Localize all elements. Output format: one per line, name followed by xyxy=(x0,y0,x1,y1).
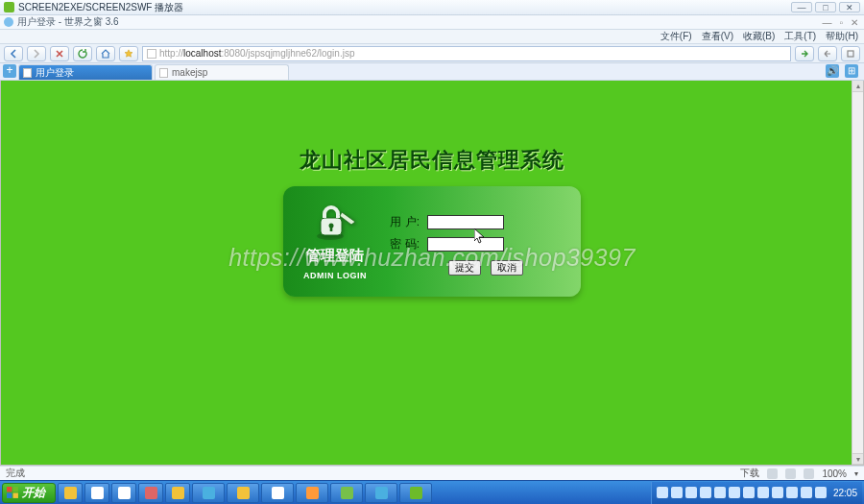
status-ico-2[interactable] xyxy=(785,468,796,479)
login-title-cn: 管理登陆 xyxy=(306,247,364,265)
login-panel: 管理登陆 ADMIN LOGIN 用 户: 密 码: 提交 取消 xyxy=(283,186,581,297)
tray-icon-3[interactable] xyxy=(685,487,697,498)
address-toolbar: http://localhost:8080/jspsqjmgljhne62/lo… xyxy=(0,44,864,63)
lock-icon xyxy=(313,203,357,241)
page-viewport: ▴ ▾ 龙山社区居民信息管理系统 管理登陆 ADMIN LOGIN xyxy=(0,81,864,466)
username-input[interactable] xyxy=(427,215,504,229)
zoom-level[interactable]: 100% xyxy=(822,468,847,479)
maximize-button[interactable]: □ xyxy=(815,2,836,12)
taskbar-item-4[interactable] xyxy=(138,483,163,503)
browser-title-text: 用户登录 - 世界之窗 3.6 xyxy=(17,15,119,29)
taskbar-item-8[interactable] xyxy=(261,483,294,503)
login-panel-left: 管理登陆 ADMIN LOGIN xyxy=(283,186,387,297)
menu-fav[interactable]: 收藏(B) xyxy=(743,30,775,43)
svg-rect-7 xyxy=(7,492,12,497)
tray-icon-6[interactable] xyxy=(729,487,740,498)
menu-view[interactable]: 查看(V) xyxy=(702,30,733,43)
taskbar-item-7[interactable] xyxy=(227,483,259,503)
go-button[interactable] xyxy=(795,46,814,61)
tab-label: makejsp xyxy=(172,67,207,78)
page-icon xyxy=(147,49,156,59)
password-label: 密 码: xyxy=(387,236,420,252)
tray-icon-2[interactable] xyxy=(671,487,683,498)
menu-help[interactable]: 帮助(H) xyxy=(826,30,858,43)
screen-recorder-window: SCREEN2EXE/SCREEN2SWF 播放器 — □ ✕ 用户登录 - 世… xyxy=(0,0,864,504)
tray-icon-7[interactable] xyxy=(743,487,755,498)
tab-makejsp[interactable]: makejsp xyxy=(155,64,289,80)
tab-login[interactable]: 用户登录 xyxy=(18,64,153,80)
start-label: 开始 xyxy=(22,485,45,501)
taskbar-item-9[interactable] xyxy=(296,483,328,503)
tray-icon-12[interactable] xyxy=(815,487,827,498)
username-label: 用 户: xyxy=(387,214,420,230)
browser-menu-bar: 文件(F) 查看(V) 收藏(B) 工具(T) 帮助(H) xyxy=(0,30,864,44)
password-input[interactable] xyxy=(427,237,504,252)
taskbar-clock[interactable]: 22:05 xyxy=(833,488,857,498)
svg-rect-6 xyxy=(13,487,18,492)
minimize-button[interactable]: — xyxy=(791,2,812,12)
tray-icon-11[interactable] xyxy=(801,487,812,498)
inner-close-button[interactable]: ✕ xyxy=(849,17,860,28)
status-ico-3[interactable] xyxy=(804,468,814,479)
addr-path: :8080/jspsqjmgljhne62/login.jsp xyxy=(221,48,354,59)
taskbar-item-10[interactable] xyxy=(330,483,363,503)
tab-strip: + 用户登录 makejsp 🔊 ⊞ xyxy=(0,63,864,81)
status-bar: 完成 下载 100% ▾ xyxy=(0,466,864,480)
outer-title-text: SCREEN2EXE/SCREEN2SWF 播放器 xyxy=(18,1,183,14)
reload-button[interactable] xyxy=(73,46,92,61)
taskbar-item-12[interactable] xyxy=(399,483,432,503)
restore-tab-button[interactable] xyxy=(818,46,837,61)
system-title: 龙山社区居民信息管理系统 xyxy=(1,146,863,175)
menu-file[interactable]: 文件(F) xyxy=(660,30,692,43)
tray-icon-10[interactable] xyxy=(786,487,798,498)
tab-label: 用户登录 xyxy=(36,66,74,80)
extensions-button[interactable] xyxy=(841,46,860,61)
tray-icon-1[interactable] xyxy=(657,487,668,498)
scroll-down-button[interactable]: ▾ xyxy=(852,453,863,465)
stop-button[interactable] xyxy=(50,46,69,61)
download-label[interactable]: 下载 xyxy=(740,467,759,480)
login-title-en: ADMIN LOGIN xyxy=(303,271,367,280)
reset-button[interactable]: 取消 xyxy=(491,260,523,276)
taskbar-item-5[interactable] xyxy=(165,483,190,503)
svg-rect-5 xyxy=(7,487,12,492)
system-tray: 22:05 xyxy=(651,482,862,504)
mute-button[interactable]: 🔊 xyxy=(826,64,839,78)
home-button[interactable] xyxy=(96,46,115,61)
forward-button[interactable] xyxy=(27,46,46,61)
taskbar-item-1[interactable] xyxy=(58,483,83,503)
new-tab-button[interactable]: + xyxy=(3,64,16,78)
browser-title-bar: 用户登录 - 世界之窗 3.6 — ▫ ✕ xyxy=(0,15,864,30)
tray-icon-9[interactable] xyxy=(772,487,783,498)
status-ico-1[interactable] xyxy=(767,468,778,479)
page-icon xyxy=(159,68,168,78)
vertical-scrollbar[interactable]: ▴ ▾ xyxy=(852,81,863,465)
submit-button[interactable]: 提交 xyxy=(448,260,481,276)
taskbar-item-3[interactable] xyxy=(111,483,136,503)
taskbar-item-6[interactable] xyxy=(192,483,225,503)
outer-title-bar: SCREEN2EXE/SCREEN2SWF 播放器 — □ ✕ xyxy=(0,0,864,15)
windows-logo-icon xyxy=(7,487,19,499)
back-button[interactable] xyxy=(4,46,23,61)
address-input[interactable]: http://localhost:8080/jspsqjmgljhne62/lo… xyxy=(142,46,791,61)
screen2swf-icon xyxy=(4,2,14,12)
svg-rect-8 xyxy=(13,492,18,497)
start-button[interactable]: 开始 xyxy=(2,483,56,503)
tray-icon-8[interactable] xyxy=(757,487,769,498)
tray-icon-4[interactable] xyxy=(700,487,711,498)
windows-taskbar: 开始 22:05 xyxy=(0,480,864,504)
zoom-chevron-icon[interactable]: ▾ xyxy=(854,469,858,478)
tray-icon-5[interactable] xyxy=(714,487,726,498)
overview-button[interactable]: ⊞ xyxy=(845,64,858,78)
scroll-up-button[interactable]: ▴ xyxy=(852,81,863,92)
login-form: 用 户: 密 码: 提交 取消 xyxy=(387,186,581,297)
status-text: 完成 xyxy=(6,467,25,480)
taskbar-item-11[interactable] xyxy=(365,483,397,503)
close-button[interactable]: ✕ xyxy=(839,2,860,12)
menu-tools[interactable]: 工具(T) xyxy=(784,30,816,43)
page-icon xyxy=(23,68,32,78)
inner-restore-button[interactable]: ▫ xyxy=(837,17,845,28)
taskbar-item-2[interactable] xyxy=(84,483,109,503)
favorite-star-button[interactable] xyxy=(119,46,138,61)
inner-minimize-button[interactable]: — xyxy=(820,17,833,28)
